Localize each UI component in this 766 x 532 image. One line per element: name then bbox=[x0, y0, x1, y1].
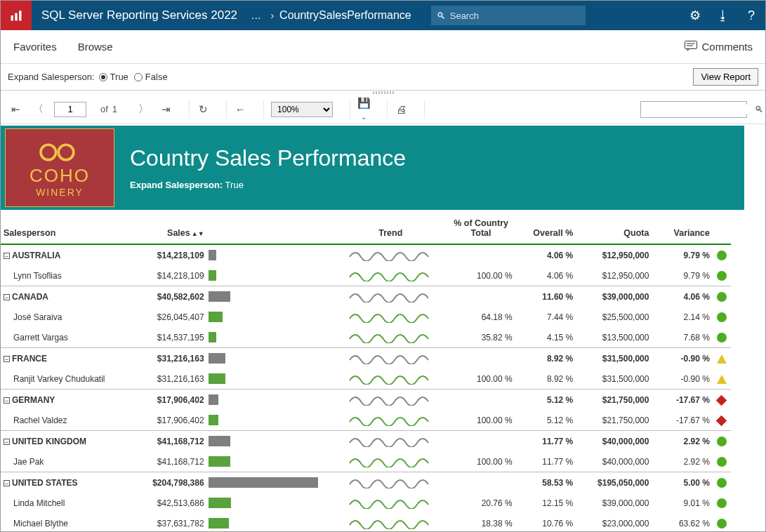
col-trend[interactable]: Trend bbox=[334, 214, 447, 244]
app-title[interactable]: SQL Server Reporting Services 2022 bbox=[32, 8, 247, 22]
breadcrumb-report[interactable]: CountrySalesPerformance bbox=[279, 9, 411, 22]
overall-cell: 5.12 % bbox=[515, 410, 576, 431]
tab-browse[interactable]: Browse bbox=[78, 41, 113, 53]
indicator-cell bbox=[713, 410, 731, 431]
indicator-cell bbox=[713, 244, 731, 265]
col-pct-country[interactable]: % of Country Total bbox=[447, 214, 515, 244]
collapse-toggle[interactable]: − bbox=[4, 439, 10, 445]
breadcrumb-ellipsis[interactable]: ... bbox=[247, 9, 265, 22]
country-cell[interactable]: −CANADA bbox=[1, 286, 145, 307]
indicator-good-icon bbox=[717, 251, 727, 260]
country-cell[interactable]: −FRANCE bbox=[1, 348, 145, 369]
chevron-right-icon: › bbox=[265, 10, 279, 21]
indicator-good-icon bbox=[717, 292, 727, 302]
report-viewport[interactable]: COHO WINERY Country Sales Performance Ex… bbox=[1, 126, 758, 531]
bar-cell bbox=[207, 390, 335, 411]
next-page-button[interactable]: 〉 bbox=[137, 102, 150, 116]
breadcrumb: ... › CountrySalesPerformance bbox=[247, 9, 411, 22]
collapse-toggle[interactable]: − bbox=[4, 294, 10, 300]
bar-cell bbox=[207, 368, 335, 390]
country-cell[interactable]: −AUSTRALIA bbox=[1, 244, 145, 265]
tab-favorites[interactable]: Favorites bbox=[13, 41, 57, 53]
country-cell[interactable]: −UNITED STATES bbox=[1, 472, 145, 493]
collapse-toggle[interactable]: − bbox=[4, 480, 10, 486]
back-button[interactable]: ← bbox=[234, 103, 246, 115]
comments-button[interactable]: Comments bbox=[685, 41, 753, 53]
question-icon: ? bbox=[748, 8, 755, 22]
sort-icon: ▲▼ bbox=[192, 230, 204, 237]
trend-cell bbox=[334, 307, 447, 327]
zoom-select[interactable]: 100% bbox=[271, 102, 333, 117]
collapse-toggle[interactable]: − bbox=[4, 397, 10, 404]
table-row-salesperson: Linda Mitchell$42,513,68620.76 %12.15 %$… bbox=[1, 493, 731, 513]
find-icon[interactable]: 🔍︎ bbox=[752, 105, 766, 114]
parameter-bar: Expand Salesperson: True False View Repo… bbox=[1, 64, 765, 91]
sales-cell: $41,168,712 bbox=[145, 451, 207, 472]
sales-cell: $37,631,782 bbox=[145, 513, 207, 531]
table-row-country: −FRANCE$31,216,1638.92 %$31,500,000-0.90… bbox=[1, 348, 731, 369]
table-row-country: −CANADA$40,582,60211.60 %$39,000,0004.06… bbox=[1, 286, 731, 307]
sales-cell: $204,798,386 bbox=[145, 472, 207, 493]
first-page-button[interactable]: ⇤ bbox=[9, 103, 22, 116]
save-button[interactable]: 💾 ⌄ bbox=[357, 97, 370, 121]
refresh-button[interactable]: ↻ bbox=[197, 103, 209, 116]
quota-cell: $40,000,000 bbox=[576, 451, 652, 472]
indicator-good-icon bbox=[717, 271, 727, 281]
help-button[interactable]: ? bbox=[737, 8, 765, 23]
coho-winery-logo: COHO WINERY bbox=[5, 128, 114, 207]
view-report-button[interactable]: View Report bbox=[693, 68, 758, 86]
collapse-toggle[interactable]: − bbox=[4, 356, 10, 362]
salesperson-cell: Michael Blythe bbox=[1, 513, 145, 531]
search-input[interactable]: 🔍︎ Search bbox=[431, 6, 586, 25]
pct-cell bbox=[447, 348, 515, 369]
prev-page-button[interactable]: 〈 bbox=[32, 102, 44, 116]
indicator-good-icon bbox=[717, 333, 727, 343]
table-row-salesperson: José Saraiva$26,045,40764.18 %7.44 %$25,… bbox=[1, 307, 731, 327]
country-cell[interactable]: −GERMANY bbox=[1, 390, 145, 411]
search-placeholder: Search bbox=[450, 11, 479, 21]
bar-cell bbox=[207, 244, 335, 265]
svg-rect-2 bbox=[19, 11, 21, 20]
find-input[interactable] bbox=[641, 105, 752, 114]
download-button[interactable]: ⭳ bbox=[709, 8, 737, 23]
overall-cell: 5.12 % bbox=[515, 390, 576, 411]
radio-true[interactable]: True bbox=[99, 72, 128, 82]
tabs-bar: Favorites Browse Comments bbox=[1, 30, 765, 64]
quota-cell: $39,000,000 bbox=[576, 286, 652, 307]
save-icon: 💾 bbox=[357, 97, 371, 109]
overall-cell: 4.15 % bbox=[515, 327, 576, 348]
last-page-button[interactable]: ⇥ bbox=[159, 103, 172, 116]
page-number-input[interactable] bbox=[54, 102, 86, 117]
radio-false[interactable]: False bbox=[134, 72, 168, 82]
quota-cell: $21,750,000 bbox=[576, 410, 652, 431]
sales-table: Salesperson Sales▲▼ Trend % of Country T… bbox=[1, 214, 731, 531]
indicator-cell bbox=[713, 265, 731, 286]
comments-icon bbox=[685, 41, 697, 53]
trend-cell bbox=[334, 244, 447, 265]
variance-cell: 9.79 % bbox=[652, 244, 713, 265]
settings-button[interactable]: ⚙ bbox=[681, 8, 709, 23]
variance-cell: -0.90 % bbox=[652, 348, 713, 369]
country-cell[interactable]: −UNITED KINGDOM bbox=[1, 431, 145, 452]
pct-cell bbox=[447, 472, 515, 493]
bar-cell bbox=[207, 286, 335, 307]
quota-cell: $21,750,000 bbox=[576, 390, 652, 411]
bar-cell bbox=[207, 327, 335, 348]
col-sales[interactable]: Sales▲▼ bbox=[145, 214, 207, 244]
collapse-toggle[interactable]: − bbox=[4, 253, 10, 259]
trend-cell bbox=[334, 431, 447, 452]
indicator-cell bbox=[713, 431, 731, 452]
pct-cell: 100.00 % bbox=[447, 368, 515, 390]
col-overall[interactable]: Overall % bbox=[515, 214, 576, 244]
indicator-good-icon bbox=[717, 478, 727, 488]
variance-cell: -17.67 % bbox=[652, 390, 713, 411]
col-variance[interactable]: Variance bbox=[652, 214, 713, 244]
trend-cell bbox=[334, 327, 447, 348]
col-quota[interactable]: Quota bbox=[576, 214, 652, 244]
sales-cell: $26,045,407 bbox=[145, 307, 207, 327]
find-box: 🔍︎ |→ bbox=[640, 101, 747, 118]
sales-cell: $17,906,402 bbox=[145, 410, 207, 431]
print-button[interactable]: 🖨︎ bbox=[395, 103, 407, 115]
pct-cell: 64.18 % bbox=[447, 307, 515, 327]
col-salesperson[interactable]: Salesperson bbox=[1, 214, 145, 244]
